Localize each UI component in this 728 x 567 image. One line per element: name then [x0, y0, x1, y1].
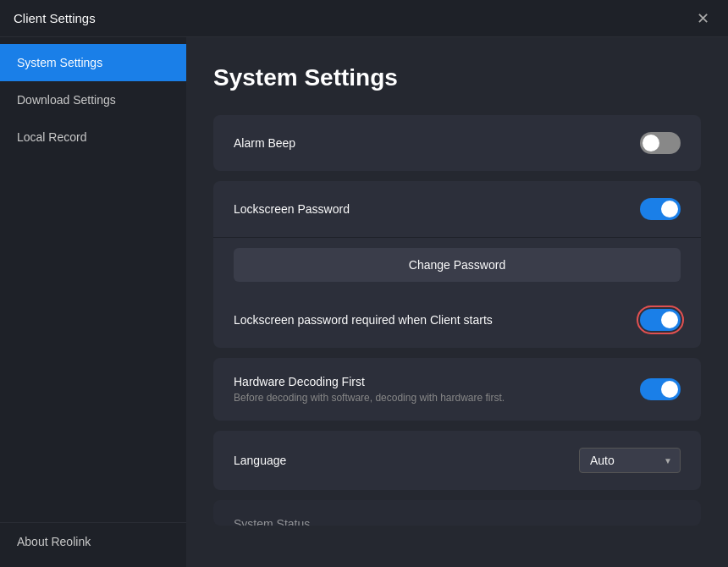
sidebar-spacer — [0, 156, 186, 522]
lockscreen-password-label: Lockscreen Password — [234, 202, 350, 216]
alarm-beep-row: Alarm Beep — [213, 115, 701, 171]
language-select[interactable]: Auto English Chinese German French Spani… — [579, 448, 681, 473]
hardware-decoding-label-group: Hardware Decoding First Before decoding … — [234, 375, 505, 404]
hardware-decoding-label: Hardware Decoding First — [234, 375, 505, 388]
alarm-beep-toggle[interactable] — [640, 132, 681, 154]
language-select-wrap: Auto English Chinese German French Spani… — [579, 448, 681, 473]
lockscreen-password-slider — [640, 198, 681, 220]
hardware-decoding-card: Hardware Decoding First Before decoding … — [213, 358, 701, 421]
close-button[interactable]: ✕ — [691, 7, 714, 30]
title-bar-title: Client Settings — [14, 11, 96, 25]
lockscreen-required-row: Lockscreen password required when Client… — [213, 292, 701, 348]
hardware-decoding-slider — [640, 378, 681, 400]
lockscreen-required-label: Lockscreen password required when Client… — [234, 313, 493, 327]
hardware-decoding-toggle[interactable] — [640, 378, 681, 400]
lockscreen-required-toggle[interactable] — [640, 309, 681, 331]
extra-row: System Status — [213, 500, 701, 526]
sidebar: System Settings Download Settings Local … — [0, 37, 186, 567]
extra-card: System Status — [213, 500, 701, 526]
lockscreen-card: Lockscreen Password Change Password Lock… — [213, 181, 701, 348]
hardware-decoding-row: Hardware Decoding First Before decoding … — [213, 358, 701, 421]
language-card: Language Auto English Chinese German Fre… — [213, 431, 701, 490]
hardware-decoding-sublabel: Before decoding with software, decoding … — [234, 392, 505, 404]
lockscreen-required-slider — [640, 309, 681, 331]
content-area: System Settings Alarm Beep Lockscreen Pa… — [186, 37, 728, 567]
alarm-beep-label: Alarm Beep — [234, 136, 295, 150]
lockscreen-password-toggle[interactable] — [640, 198, 681, 220]
title-bar: Client Settings ✕ — [0, 0, 728, 37]
alarm-beep-card: Alarm Beep — [213, 115, 701, 171]
sidebar-item-local-record[interactable]: Local Record — [0, 118, 186, 156]
extra-label: System Status — [234, 517, 310, 526]
change-password-button[interactable]: Change Password — [234, 248, 681, 282]
language-row: Language Auto English Chinese German Fre… — [213, 431, 701, 490]
change-password-row: Change Password — [213, 237, 701, 292]
page-title: System Settings — [213, 64, 701, 91]
sidebar-item-about-reolink[interactable]: About Reolink — [0, 522, 186, 560]
lockscreen-password-row: Lockscreen Password — [213, 181, 701, 237]
alarm-beep-slider — [640, 132, 681, 154]
sidebar-item-system-settings[interactable]: System Settings — [0, 44, 186, 81]
main-layout: System Settings Download Settings Local … — [0, 37, 728, 567]
language-label: Language — [234, 454, 286, 467]
sidebar-item-download-settings[interactable]: Download Settings — [0, 81, 186, 118]
